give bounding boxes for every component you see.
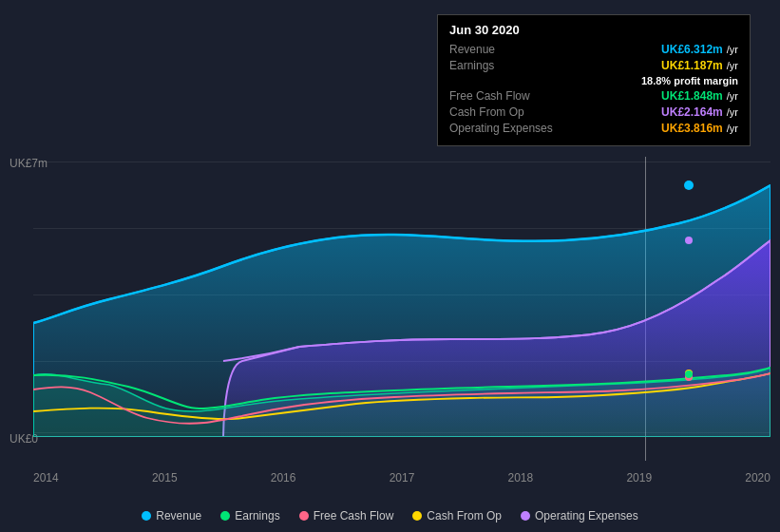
- legend-item-cfo[interactable]: Cash From Op: [412, 509, 502, 522]
- tooltip-opex-value: UK£3.816m/yr: [661, 122, 738, 135]
- tooltip-fcf-label: Free Cash Flow: [449, 89, 563, 103]
- tooltip-earnings-label: Earnings: [449, 59, 563, 72]
- legend-dot-earnings: [220, 511, 230, 521]
- legend-label-revenue: Revenue: [156, 509, 201, 522]
- legend-dot-fcf: [299, 511, 309, 521]
- hover-dot-revenue: [684, 180, 694, 190]
- tooltip-opex-row: Operating Expenses UK£3.816m/yr: [449, 122, 738, 135]
- tooltip-earnings-value: UK£1.187m/yr: [661, 59, 738, 72]
- tooltip-earnings-row: Earnings UK£1.187m/yr: [449, 59, 738, 72]
- chart-container: Jun 30 2020 Revenue UK£6.312m/yr Earning…: [0, 0, 780, 532]
- tooltip-box: Jun 30 2020 Revenue UK£6.312m/yr Earning…: [437, 14, 751, 146]
- x-label-2016: 2016: [271, 471, 296, 484]
- x-label-2015: 2015: [152, 471, 178, 484]
- x-label-2019: 2019: [626, 471, 652, 484]
- profit-margin-text: 18.8% profit margin: [641, 75, 738, 86]
- hover-dot-earnings: [685, 370, 693, 378]
- legend-item-opex[interactable]: Operating Expenses: [521, 509, 638, 522]
- x-axis: 2014 2015 2016 2017 2018 2019 2020: [33, 471, 770, 484]
- tooltip-cfo-row: Cash From Op UK£2.164m/yr: [449, 105, 738, 119]
- profit-margin-row: 18.8% profit margin: [449, 75, 738, 86]
- x-label-2020: 2020: [745, 471, 770, 484]
- legend-dot-cfo: [412, 511, 422, 521]
- x-label-2018: 2018: [508, 471, 534, 484]
- x-label-2017: 2017: [390, 471, 415, 484]
- tooltip-opex-label: Operating Expenses: [449, 122, 563, 135]
- legend-dot-revenue: [142, 511, 151, 521]
- tooltip-cfo-value: UK£2.164m/yr: [661, 105, 738, 119]
- x-label-2014: 2014: [33, 471, 59, 484]
- hover-dot-opex: [685, 237, 693, 244]
- legend: Revenue Earnings Free Cash Flow Cash Fro…: [0, 509, 780, 522]
- tooltip-fcf-value: UK£1.848m/yr: [661, 89, 738, 103]
- tooltip-revenue-label: Revenue: [449, 43, 563, 56]
- legend-item-fcf[interactable]: Free Cash Flow: [299, 509, 394, 522]
- legend-label-earnings: Earnings: [235, 509, 279, 522]
- legend-label-fcf: Free Cash Flow: [314, 509, 394, 522]
- tooltip-revenue-value: UK£6.312m/yr: [661, 43, 738, 56]
- legend-item-earnings[interactable]: Earnings: [220, 509, 279, 522]
- tooltip-fcf-row: Free Cash Flow UK£1.848m/yr: [449, 89, 738, 103]
- legend-item-revenue[interactable]: Revenue: [142, 509, 201, 522]
- tooltip-date: Jun 30 2020: [449, 23, 738, 37]
- legend-label-cfo: Cash From Op: [427, 509, 502, 522]
- tooltip-cfo-label: Cash From Op: [449, 105, 563, 119]
- legend-label-opex: Operating Expenses: [535, 509, 638, 522]
- chart-svg[interactable]: [33, 157, 770, 437]
- legend-dot-opex: [521, 511, 530, 521]
- tooltip-revenue-row: Revenue UK£6.312m/yr: [449, 43, 738, 56]
